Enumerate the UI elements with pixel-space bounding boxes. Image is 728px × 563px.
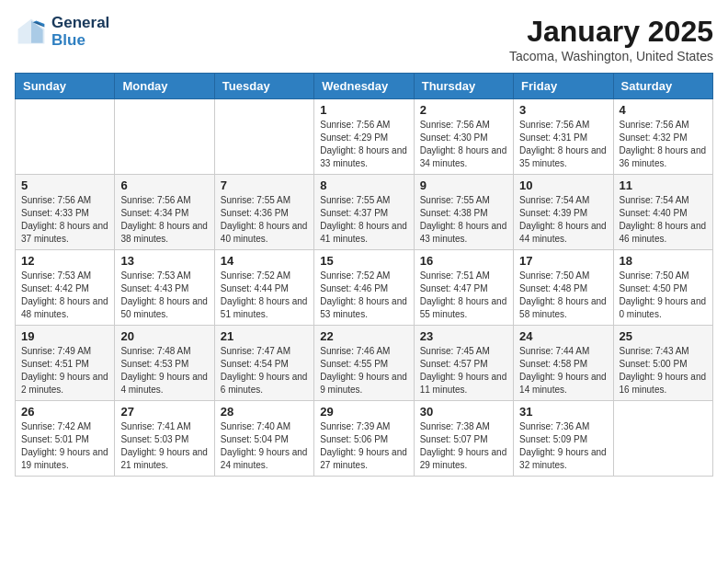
day-info: Sunrise: 7:46 AMSunset: 4:55 PMDaylight:…: [320, 345, 407, 396]
calendar-cell: 28Sunrise: 7:40 AMSunset: 5:04 PMDayligh…: [214, 401, 313, 477]
day-number: 19: [21, 329, 108, 343]
calendar-cell: 4Sunrise: 7:56 AMSunset: 4:32 PMDaylight…: [613, 99, 712, 175]
logo-line1: General: [51, 15, 109, 32]
day-number: 13: [120, 254, 208, 268]
calendar-cell: 5Sunrise: 7:56 AMSunset: 4:33 PMDaylight…: [16, 175, 115, 250]
day-info: Sunrise: 7:53 AMSunset: 4:43 PMDaylight:…: [120, 270, 208, 321]
calendar-cell: 13Sunrise: 7:53 AMSunset: 4:43 PMDayligh…: [115, 250, 214, 326]
day-number: 14: [221, 254, 308, 268]
calendar-cell: 12Sunrise: 7:53 AMSunset: 4:42 PMDayligh…: [16, 250, 115, 326]
weekday-header-row: SundayMondayTuesdayWednesdayThursdayFrid…: [16, 74, 713, 99]
day-number: 4: [620, 103, 707, 117]
day-number: 22: [320, 329, 407, 343]
calendar-cell: 29Sunrise: 7:39 AMSunset: 5:06 PMDayligh…: [314, 401, 414, 477]
calendar-cell: 30Sunrise: 7:38 AMSunset: 5:07 PMDayligh…: [414, 401, 513, 477]
calendar-cell: 2Sunrise: 7:56 AMSunset: 4:30 PMDaylight…: [414, 99, 513, 175]
calendar-cell: 20Sunrise: 7:48 AMSunset: 4:53 PMDayligh…: [115, 326, 214, 401]
day-number: 26: [21, 405, 108, 419]
calendar-cell: 17Sunrise: 7:50 AMSunset: 4:48 PMDayligh…: [514, 250, 613, 326]
calendar-cell: [214, 99, 313, 175]
calendar-cell: 14Sunrise: 7:52 AMSunset: 4:44 PMDayligh…: [214, 250, 313, 326]
day-info: Sunrise: 7:53 AMSunset: 4:42 PMDaylight:…: [21, 270, 108, 321]
day-info: Sunrise: 7:38 AMSunset: 5:07 PMDaylight:…: [420, 420, 507, 472]
day-info: Sunrise: 7:42 AMSunset: 5:01 PMDaylight:…: [21, 420, 108, 472]
day-info: Sunrise: 7:50 AMSunset: 4:50 PMDaylight:…: [620, 270, 707, 321]
calendar-cell: 19Sunrise: 7:49 AMSunset: 4:51 PMDayligh…: [16, 326, 115, 401]
day-number: 17: [519, 254, 607, 268]
weekday-header-wednesday: Wednesday: [314, 74, 414, 99]
day-number: 16: [420, 254, 507, 268]
day-info: Sunrise: 7:55 AMSunset: 4:38 PMDaylight:…: [420, 194, 507, 246]
calendar-cell: [115, 99, 214, 175]
location: Tacoma, Washington, United States: [509, 49, 713, 63]
day-number: 25: [620, 329, 707, 343]
calendar-cell: 25Sunrise: 7:43 AMSunset: 5:00 PMDayligh…: [613, 326, 712, 401]
day-info: Sunrise: 7:56 AMSunset: 4:29 PMDaylight:…: [320, 119, 407, 170]
day-number: 10: [519, 178, 607, 192]
calendar-cell: 10Sunrise: 7:54 AMSunset: 4:39 PMDayligh…: [514, 175, 613, 250]
day-number: 3: [519, 103, 607, 117]
calendar-cell: 8Sunrise: 7:55 AMSunset: 4:37 PMDaylight…: [314, 175, 414, 250]
day-info: Sunrise: 7:52 AMSunset: 4:44 PMDaylight:…: [221, 270, 308, 321]
day-info: Sunrise: 7:47 AMSunset: 4:54 PMDaylight:…: [221, 345, 308, 396]
day-info: Sunrise: 7:40 AMSunset: 5:04 PMDaylight:…: [221, 420, 308, 472]
calendar-cell: 6Sunrise: 7:56 AMSunset: 4:34 PMDaylight…: [115, 175, 214, 250]
day-info: Sunrise: 7:55 AMSunset: 4:37 PMDaylight:…: [320, 194, 407, 246]
calendar-table: SundayMondayTuesdayWednesdayThursdayFrid…: [15, 73, 713, 477]
day-number: 8: [320, 178, 407, 192]
page-header: General Blue January 2025 Tacoma, Washin…: [15, 15, 713, 63]
calendar-cell: 27Sunrise: 7:41 AMSunset: 5:03 PMDayligh…: [115, 401, 214, 477]
calendar-cell: 7Sunrise: 7:55 AMSunset: 4:36 PMDaylight…: [214, 175, 313, 250]
calendar-cell: 24Sunrise: 7:44 AMSunset: 4:58 PMDayligh…: [514, 326, 613, 401]
day-info: Sunrise: 7:56 AMSunset: 4:33 PMDaylight:…: [21, 194, 108, 246]
day-number: 11: [620, 178, 707, 192]
day-number: 2: [420, 103, 507, 117]
day-info: Sunrise: 7:56 AMSunset: 4:32 PMDaylight:…: [620, 119, 707, 170]
month-title: January 2025: [509, 15, 713, 49]
day-info: Sunrise: 7:51 AMSunset: 4:47 PMDaylight:…: [420, 270, 507, 321]
day-number: 5: [21, 178, 108, 192]
calendar-cell: 26Sunrise: 7:42 AMSunset: 5:01 PMDayligh…: [16, 401, 115, 477]
weekday-header-thursday: Thursday: [414, 74, 513, 99]
day-info: Sunrise: 7:56 AMSunset: 4:30 PMDaylight:…: [420, 119, 507, 170]
calendar-cell: 11Sunrise: 7:54 AMSunset: 4:40 PMDayligh…: [613, 175, 712, 250]
day-info: Sunrise: 7:54 AMSunset: 4:39 PMDaylight:…: [519, 194, 607, 246]
calendar-cell: 31Sunrise: 7:36 AMSunset: 5:09 PMDayligh…: [514, 401, 613, 477]
day-info: Sunrise: 7:45 AMSunset: 4:57 PMDaylight:…: [420, 345, 507, 396]
day-number: 7: [221, 178, 308, 192]
day-info: Sunrise: 7:52 AMSunset: 4:46 PMDaylight:…: [320, 270, 407, 321]
day-info: Sunrise: 7:36 AMSunset: 5:09 PMDaylight:…: [519, 420, 607, 472]
day-number: 24: [519, 329, 607, 343]
day-info: Sunrise: 7:44 AMSunset: 4:58 PMDaylight:…: [519, 345, 607, 396]
day-info: Sunrise: 7:39 AMSunset: 5:06 PMDaylight:…: [320, 420, 407, 472]
day-info: Sunrise: 7:41 AMSunset: 5:03 PMDaylight:…: [120, 420, 208, 472]
weekday-header-monday: Monday: [115, 74, 214, 99]
day-number: 20: [120, 329, 208, 343]
calendar-cell: [16, 99, 115, 175]
day-number: 12: [21, 254, 108, 268]
day-info: Sunrise: 7:48 AMSunset: 4:53 PMDaylight:…: [120, 345, 208, 396]
logo-line2: Blue: [51, 32, 109, 50]
weekday-header-saturday: Saturday: [613, 74, 712, 99]
weekday-header-sunday: Sunday: [16, 74, 115, 99]
calendar-cell: 22Sunrise: 7:46 AMSunset: 4:55 PMDayligh…: [314, 326, 414, 401]
day-number: 21: [221, 329, 308, 343]
day-number: 15: [320, 254, 407, 268]
day-info: Sunrise: 7:49 AMSunset: 4:51 PMDaylight:…: [21, 345, 108, 396]
calendar-cell: 1Sunrise: 7:56 AMSunset: 4:29 PMDaylight…: [314, 99, 414, 175]
calendar-cell: 18Sunrise: 7:50 AMSunset: 4:50 PMDayligh…: [613, 250, 712, 326]
day-number: 18: [620, 254, 707, 268]
day-number: 28: [221, 405, 308, 419]
day-number: 1: [320, 103, 407, 117]
week-row-5: 26Sunrise: 7:42 AMSunset: 5:01 PMDayligh…: [16, 401, 713, 477]
day-info: Sunrise: 7:50 AMSunset: 4:48 PMDaylight:…: [519, 270, 607, 321]
day-number: 31: [519, 405, 607, 419]
weekday-header-friday: Friday: [514, 74, 613, 99]
title-block: January 2025 Tacoma, Washington, United …: [509, 15, 713, 63]
logo: General Blue: [15, 15, 109, 49]
weekday-header-tuesday: Tuesday: [214, 74, 313, 99]
week-row-3: 12Sunrise: 7:53 AMSunset: 4:42 PMDayligh…: [16, 250, 713, 326]
week-row-4: 19Sunrise: 7:49 AMSunset: 4:51 PMDayligh…: [16, 326, 713, 401]
calendar-cell: 15Sunrise: 7:52 AMSunset: 4:46 PMDayligh…: [314, 250, 414, 326]
day-number: 27: [120, 405, 208, 419]
